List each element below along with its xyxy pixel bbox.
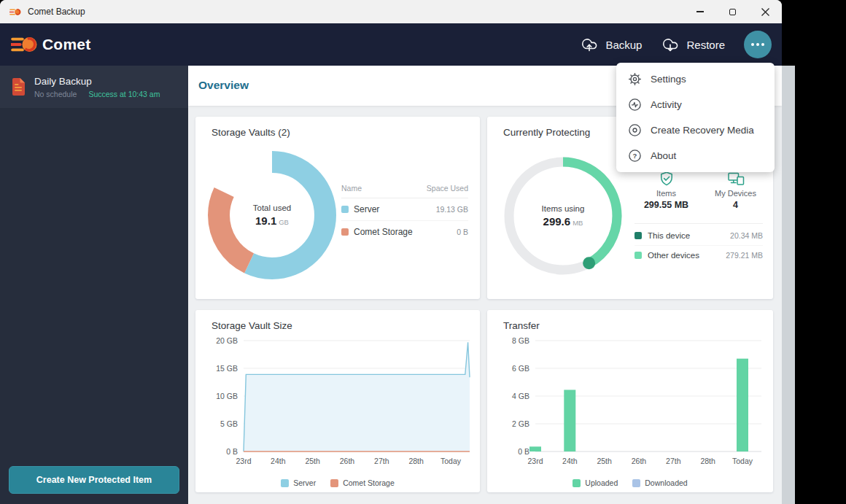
scrollbar[interactable]: [782, 66, 795, 504]
svg-text:Today: Today: [732, 457, 753, 465]
protecting-stats: Items 299.55 MB My Devices 4: [632, 171, 770, 210]
question-icon: ?: [628, 149, 642, 163]
protected-item-text: Daily Backup No schedule Success at 10:4…: [34, 76, 160, 98]
other-devices-label: Other devices: [648, 251, 699, 260]
backup-button[interactable]: Backup: [580, 36, 642, 53]
storage-vaults-donut-chart: [203, 146, 341, 284]
server-legend-swatch: [281, 479, 289, 487]
more-dropdown-menu: Settings Activity Create Recovery Media: [616, 63, 775, 172]
svg-text:28th: 28th: [700, 457, 715, 465]
server-swatch: [341, 206, 349, 213]
comet-storage-legend-swatch: [330, 479, 338, 487]
cloud-upload-icon: [580, 36, 599, 53]
sidebar-item-daily-backup[interactable]: Daily Backup No schedule Success at 10:4…: [0, 66, 188, 108]
items-value: 299.55 MB: [644, 200, 688, 210]
transfer-legend: Uploaded Downloaded: [487, 478, 773, 487]
activity-icon: [628, 98, 642, 112]
transfer-chart: 0 B2 GB4 GB6 GB8 GB23rd24th25th26th27th2…: [497, 329, 766, 484]
protected-item-document-icon: [10, 77, 26, 96]
comet-storage-legend-label: Comet Storage: [343, 478, 395, 487]
col-space-used: Space Used: [427, 184, 468, 193]
app-window: Comet Backup: [0, 0, 782, 504]
gear-icon: [628, 72, 642, 86]
disc-icon: [628, 123, 642, 137]
svg-text:28th: 28th: [408, 457, 424, 465]
vaults-table-header: Name Space Used: [341, 184, 468, 198]
svg-text:Today: Today: [441, 457, 462, 465]
menu-item-about[interactable]: ? About: [616, 143, 775, 168]
downloaded-legend-swatch: [632, 479, 640, 487]
svg-text:4 GB: 4 GB: [512, 392, 529, 400]
vaults-table: Name Space Used Server 19.13 GB Comet St…: [341, 184, 468, 243]
other-devices-value: 279.21 MB: [726, 251, 763, 260]
menu-item-settings[interactable]: Settings: [616, 66, 775, 92]
maximize-icon: [729, 9, 736, 15]
this-device-value: 20.34 MB: [730, 231, 763, 240]
titlebar[interactable]: Comet Backup: [0, 0, 782, 23]
other-devices-swatch: [634, 252, 642, 259]
backup-label: Backup: [605, 39, 642, 51]
svg-text:2 GB: 2 GB: [512, 419, 529, 428]
protected-item-title: Daily Backup: [34, 76, 160, 87]
menu-item-label: About: [651, 150, 676, 161]
legend-server: Server: [281, 478, 316, 487]
currently-protecting-title: Currently Protecting: [503, 127, 590, 138]
maximize-button[interactable]: [716, 0, 749, 23]
create-new-protected-item-button[interactable]: Create New Protected Item: [9, 466, 179, 494]
more-menu-button[interactable]: [744, 31, 772, 58]
comet-app-icon: [9, 7, 21, 18]
svg-text:0 B: 0 B: [518, 447, 529, 456]
downloaded-legend-label: Downloaded: [645, 478, 687, 487]
svg-text:10 GB: 10 GB: [216, 392, 238, 400]
ellipsis-icon: [751, 43, 754, 46]
vault-name: Comet Storage: [354, 227, 413, 237]
items-stat: Items 299.55 MB: [632, 171, 701, 210]
table-row: Server 19.13 GB: [341, 198, 468, 221]
svg-text:15 GB: 15 GB: [216, 364, 238, 373]
svg-text:26th: 26th: [632, 457, 647, 465]
svg-text:23rd: 23rd: [527, 457, 543, 465]
svg-text:24th: 24th: [562, 457, 578, 465]
minimize-icon: [696, 11, 704, 12]
brand: Comet: [11, 34, 90, 55]
sidebar: Daily Backup No schedule Success at 10:4…: [0, 66, 188, 504]
table-row: Comet Storage 0 B: [341, 221, 468, 243]
close-icon: [761, 8, 769, 16]
my-devices-value: 4: [733, 200, 738, 210]
comet-storage-swatch: [341, 228, 349, 236]
brand-name: Comet: [42, 36, 90, 53]
col-name: Name: [341, 184, 362, 193]
menu-item-label: Create Recovery Media: [651, 125, 754, 136]
devices-icon: [727, 171, 745, 187]
window-title: Comet Backup: [28, 7, 85, 17]
protected-item-schedule: No schedule: [34, 90, 77, 98]
svg-text:24th: 24th: [271, 457, 286, 465]
menu-item-label: Settings: [651, 74, 686, 85]
legend-uploaded: Uploaded: [573, 478, 618, 487]
items-label: Items: [656, 189, 676, 198]
svg-text:20 GB: 20 GB: [216, 336, 238, 345]
minimize-button[interactable]: [683, 0, 716, 23]
svg-text:23rd: 23rd: [236, 457, 251, 465]
storage-vaults-card: Storage Vaults (2) Total used 19.1GB Nam…: [195, 117, 480, 299]
comet-logo-icon: [11, 34, 37, 55]
menu-item-create-recovery-media[interactable]: Create Recovery Media: [616, 117, 775, 143]
vault-name: Server: [354, 204, 379, 214]
svg-text:8 GB: 8 GB: [512, 336, 529, 345]
svg-text:6 GB: 6 GB: [512, 364, 529, 373]
screen: Comet Backup: [0, 0, 846, 504]
close-button[interactable]: [749, 0, 782, 23]
my-devices-label: My Devices: [715, 189, 756, 198]
restore-button[interactable]: Restore: [661, 36, 725, 53]
this-device-swatch: [634, 232, 642, 239]
uploaded-legend-swatch: [573, 479, 581, 487]
legend-downloaded: Downloaded: [632, 478, 687, 487]
svg-text:26th: 26th: [340, 457, 355, 465]
cloud-download-icon: [661, 36, 680, 53]
menu-item-activity[interactable]: Activity: [616, 92, 775, 117]
vault-size-legend: Server Comet Storage: [195, 478, 480, 487]
svg-text:?: ?: [633, 152, 637, 160]
page-title: Overview: [198, 79, 249, 92]
window-controls: [683, 0, 782, 23]
protected-item-status: Success at 10:43 am: [88, 90, 160, 98]
